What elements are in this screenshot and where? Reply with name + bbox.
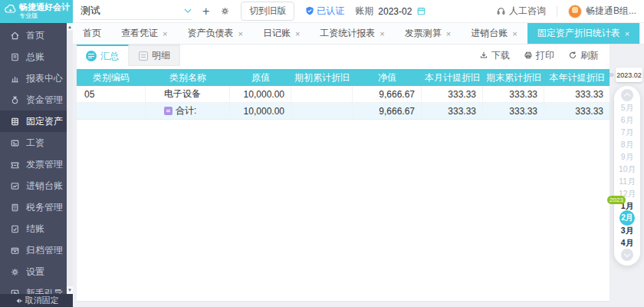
refresh-button[interactable]: 刷新: [568, 49, 599, 62]
trend-doc-icon: [10, 181, 20, 191]
tab-home[interactable]: 首页: [73, 23, 111, 44]
tab-view-voucher[interactable]: 查看凭证: [111, 23, 177, 44]
download-button[interactable]: 下载: [479, 49, 510, 62]
company-select[interactable]: 测试: [80, 3, 192, 20]
bar-chart-icon: [10, 74, 20, 84]
tab-invoice-calc[interactable]: 发票测算: [395, 23, 461, 44]
view-tab-summary[interactable]: 汇总: [77, 45, 129, 66]
check-doc-icon: [10, 224, 20, 234]
sidebar-scrollbar[interactable]: [67, 23, 73, 294]
scroll-up-icon[interactable]: [67, 23, 73, 31]
tab-salary-report[interactable]: 工资统计报表: [310, 23, 394, 44]
period-value[interactable]: 2023-02: [378, 6, 412, 17]
close-tab-icon[interactable]: [295, 29, 300, 38]
tab-depreciation-report[interactable]: 固定资产折旧统计表: [527, 23, 639, 44]
col-header[interactable]: 期末累计折旧: [483, 69, 544, 86]
tab-label: 查看凭证: [121, 27, 158, 40]
month-item[interactable]: 10月: [614, 163, 640, 175]
calendar-icon[interactable]: [416, 6, 426, 16]
year-badge: 2023: [607, 196, 626, 204]
cell-category-code: 05: [77, 86, 146, 102]
month-item[interactable]: 8月: [614, 138, 640, 150]
current-period-box[interactable]: 2023.02: [616, 68, 642, 82]
tab-label: 发票测算: [405, 27, 442, 40]
month-item[interactable]: 3月: [614, 224, 640, 236]
cell-year-depreciation: 333.33: [544, 86, 610, 102]
user-menu[interactable]: 畅捷通B组...: [568, 5, 636, 18]
tab-balance-sheet[interactable]: 资产负债表: [177, 23, 252, 44]
view-tab-detail[interactable]: 明细: [129, 45, 180, 66]
col-header[interactable]: 类别名称: [146, 69, 230, 86]
sidebar-item-purchase-sales[interactable]: 进销台账: [0, 175, 67, 196]
close-tab-icon[interactable]: [512, 29, 517, 38]
months-scroll-down-button[interactable]: [621, 249, 633, 261]
col-header[interactable]: 本月计提折旧: [422, 69, 483, 86]
certified-badge[interactable]: 已认证: [305, 5, 344, 18]
close-tab-icon[interactable]: [238, 29, 242, 38]
cell-total-year-depreciation: 333.33: [544, 103, 610, 119]
tab-journal[interactable]: 日记账: [253, 23, 310, 44]
cell-category-name: 电子设备: [146, 86, 230, 102]
period-label: 账期: [355, 5, 373, 18]
sidebar-item-label: 设置: [26, 266, 44, 279]
plus-icon: +: [202, 6, 209, 17]
month-item[interactable]: 11月: [614, 175, 640, 187]
tab-purchase-sales[interactable]: 进销台账: [461, 23, 527, 44]
col-header[interactable]: 原值: [230, 69, 291, 86]
sidebar-item-closing[interactable]: 结账: [0, 218, 67, 239]
cell-opening-depreciation: [291, 86, 353, 102]
month-item[interactable]: 7月: [614, 126, 640, 138]
close-tab-icon[interactable]: [380, 29, 384, 38]
sidebar-item-archive[interactable]: 归档管理: [0, 239, 67, 261]
months-scroll-up-button[interactable]: [621, 89, 633, 101]
download-icon: [479, 51, 488, 60]
support-button[interactable]: 人工咨询: [496, 5, 546, 18]
view-tab-label: 汇总: [100, 50, 119, 63]
sidebar-item-report-center[interactable]: 报表中心: [0, 68, 67, 89]
col-header[interactable]: 类别编码: [77, 69, 146, 86]
app-logo: 畅捷通好会计 专业版: [0, 0, 73, 23]
sidebar-item-funds[interactable]: 资金管理: [0, 89, 67, 111]
month-item-selected[interactable]: 2月: [619, 210, 635, 226]
ledger-icon: [10, 52, 20, 62]
add-account-button[interactable]: +: [202, 6, 209, 17]
cell-closing-depreciation: 333.33: [483, 86, 544, 102]
tabstrip-tools: [639, 23, 644, 44]
sidebar-item-invoice[interactable]: 发票管理: [0, 154, 67, 175]
app-name: 畅捷通好会计: [19, 2, 70, 12]
col-header[interactable]: 本年计提折旧: [544, 69, 610, 86]
month-item[interactable]: 4月: [614, 236, 640, 249]
cell-total-opening-depreciation: [291, 103, 353, 119]
collapse-period-rail-icon[interactable]: [609, 69, 614, 80]
switch-old-version-button[interactable]: 切到旧版: [241, 2, 294, 21]
sidebar-item-home[interactable]: 首页: [0, 25, 67, 46]
sidebar-item-salary[interactable]: 工资: [0, 132, 67, 154]
tab-label: 固定资产折旧统计表: [537, 27, 620, 40]
sidebar-item-fixed-assets[interactable]: 固定资产: [0, 111, 67, 132]
print-button[interactable]: 打印: [524, 49, 554, 62]
scroll-down-icon[interactable]: [67, 286, 73, 294]
topbar: 测试 + 切到旧版 已认证 账期 2023-02 人工咨询 畅捷通B组...: [73, 0, 644, 23]
col-header[interactable]: 净值: [353, 69, 422, 86]
month-item[interactable]: 6月: [614, 114, 640, 126]
month-item[interactable]: 9月: [614, 150, 640, 163]
col-header[interactable]: 期初累计折旧: [291, 69, 353, 86]
total-label: 合计:: [176, 104, 196, 117]
close-tab-icon[interactable]: [163, 29, 167, 38]
close-tab-icon[interactable]: [446, 29, 451, 38]
table-header: 类别编码 类别名称 原值 期初累计折旧 净值 本月计提折旧 期末累计折旧 本年计…: [77, 69, 610, 86]
sidebar-item-general-ledger[interactable]: 总账: [0, 46, 67, 68]
gear-icon: [10, 267, 20, 277]
sidebar-item-tax[interactable]: 税务管理: [0, 196, 67, 218]
cell-total-closing-depreciation: 333.33: [483, 103, 544, 119]
sidebar-item-label: 税务管理: [26, 201, 63, 214]
cell-net-value: 9,666.67: [353, 86, 422, 102]
sidebar-item-settings[interactable]: 设置: [0, 261, 67, 282]
gear-icon: [220, 6, 230, 16]
account-settings-button[interactable]: [220, 6, 230, 16]
close-all-tabs-button[interactable]: [639, 23, 644, 44]
close-tab-icon[interactable]: [625, 29, 629, 38]
month-item[interactable]: 5月: [614, 101, 640, 114]
unpin-sidebar-button[interactable]: 取消固定: [0, 294, 73, 307]
table-row[interactable]: 05 电子设备 10,000.00 9,666.67 333.33 333.33…: [77, 86, 610, 103]
